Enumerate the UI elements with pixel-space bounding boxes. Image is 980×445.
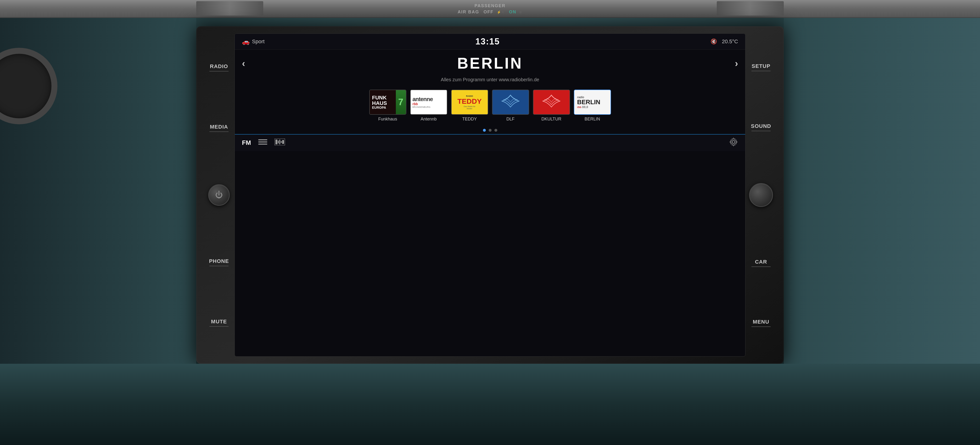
list-view-button[interactable]	[258, 139, 267, 147]
drive-mode-label: Sport	[252, 38, 265, 45]
sound-label: SOUND	[751, 123, 771, 129]
dlf-name: DLF	[506, 117, 514, 122]
mute-label: MUTE	[211, 318, 227, 325]
next-station-button[interactable]: ›	[735, 58, 738, 69]
funkhaus-logo: FUNK HAUS EUROPA 7	[369, 90, 406, 115]
station-dkultur[interactable]: DKULTUR	[533, 90, 570, 122]
band-label[interactable]: FM	[242, 139, 251, 147]
header-time: 13:15	[476, 36, 500, 47]
prev-station-button[interactable]: ‹	[242, 58, 245, 69]
sound-button[interactable]: SOUND	[751, 123, 771, 131]
header-left: 🚗 Sport	[242, 38, 265, 45]
svg-rect-0	[258, 139, 267, 140]
svg-point-9	[732, 141, 735, 143]
media-button[interactable]: MEDIA	[209, 124, 229, 132]
mute-button[interactable]: MUTE	[209, 318, 229, 327]
phone-label: PHONE	[209, 258, 229, 264]
station-dlf[interactable]: DLF	[492, 90, 529, 122]
menu-label: MENU	[753, 319, 769, 325]
station-berlin[interactable]: radio BERLIN rbb 88,8 BERLIN	[574, 90, 611, 122]
power-knob[interactable]: ⏻	[208, 184, 230, 206]
setup-line	[751, 71, 771, 71]
volume-knob[interactable]	[749, 183, 773, 207]
dlf-logo	[492, 90, 529, 115]
main-screen: 🚗 Sport 13:15 🔇 20.5°C ‹ BERLIN › Alles …	[234, 33, 746, 356]
funkhaus-name: Funkhaus	[378, 117, 397, 122]
svg-rect-1	[258, 141, 267, 143]
berlin-name: BERLIN	[584, 117, 600, 122]
temperature-label: 20.5°C	[722, 38, 738, 45]
screen-toolbar: FM	[235, 134, 745, 151]
teddy-logo: RADIO TEDDY Das Radio für Kinder	[451, 90, 488, 115]
radio-label: RADIO	[210, 63, 228, 70]
top-bar: PASSENGER AIR BAG OFF ⚡✕ ON ⊗	[0, 0, 980, 18]
airbag-label: PASSENGER AIR BAG OFF ⚡✕ ON ⊗	[458, 2, 522, 15]
menu-button[interactable]: MENU	[751, 319, 771, 327]
bottom-dashboard	[0, 364, 980, 445]
mute-line	[209, 326, 229, 327]
speaker-icon: 🔇	[711, 38, 717, 45]
media-label: MEDIA	[210, 124, 228, 130]
settings-button[interactable]	[729, 138, 738, 148]
car-button[interactable]: CAR	[751, 259, 771, 267]
airbag-on-icon: ⊗	[519, 10, 522, 14]
svg-rect-5	[278, 141, 279, 143]
airbag-text-1: PASSENGER	[474, 3, 506, 8]
dkultur-name: DKULTUR	[541, 117, 562, 122]
station-antenne[interactable]: antenne rbb BRANDENBURG Antennb	[410, 90, 447, 122]
vent-left	[196, 1, 263, 16]
airbag-on: ON	[509, 10, 517, 14]
airbag-off: OFF	[484, 10, 493, 14]
screen-header: 🚗 Sport 13:15 🔇 20.5°C	[235, 34, 745, 50]
setup-label: SETUP	[752, 63, 770, 69]
dkultur-logo	[533, 90, 570, 115]
toolbar-left: FM	[242, 139, 285, 147]
phone-line	[209, 266, 229, 266]
car-line	[751, 266, 771, 267]
sound-line	[751, 131, 771, 131]
radio-line	[209, 71, 229, 71]
airbag-text-2: AIR BAG	[458, 10, 479, 14]
station-subtitle: Alles zum Programm unter www.radioberlin…	[235, 77, 745, 87]
dot-3[interactable]	[495, 129, 497, 132]
dot-2[interactable]	[489, 129, 492, 132]
berlin-logo: radio BERLIN rbb 88,8	[574, 90, 611, 115]
left-side-buttons: RADIO MEDIA ⏻ PHONE MUTE	[204, 33, 234, 356]
infotainment-unit: RADIO MEDIA ⏻ PHONE MUTE	[196, 26, 784, 364]
dot-1[interactable]	[483, 129, 486, 132]
radio-button[interactable]: RADIO	[209, 63, 229, 71]
svg-rect-7	[281, 141, 282, 143]
pagination	[235, 127, 745, 134]
station-nav: ‹ BERLIN ›	[235, 50, 745, 77]
teddy-name: TEDDY	[462, 117, 477, 122]
vent-right	[717, 1, 784, 16]
station-teddy[interactable]: RADIO TEDDY Das Radio für Kinder TEDDY	[451, 90, 488, 122]
station-title: BERLIN	[457, 54, 523, 72]
power-icon: ⏻	[215, 190, 223, 199]
antenne-logo: antenne rbb BRANDENBURG	[410, 90, 447, 115]
steering-wheel	[0, 48, 57, 124]
car-mode-icon: 🚗	[242, 38, 250, 45]
infotainment-body: RADIO MEDIA ⏻ PHONE MUTE	[204, 33, 776, 356]
svg-rect-8	[282, 140, 284, 144]
right-side-buttons: SETUP SOUND CAR MENU	[746, 33, 776, 356]
antenne-name: Antennb	[420, 117, 436, 122]
airbag-icons: ⚡✕	[497, 10, 505, 14]
svg-rect-2	[258, 144, 267, 144]
setup-button[interactable]: SETUP	[751, 63, 771, 71]
header-right: 🔇 20.5°C	[711, 38, 738, 45]
menu-line	[751, 326, 771, 327]
media-line	[209, 131, 229, 132]
car-label: CAR	[755, 259, 767, 265]
station-funkhaus[interactable]: FUNK HAUS EUROPA 7 Funkhaus	[369, 90, 406, 122]
svg-rect-6	[279, 139, 280, 144]
svg-rect-4	[275, 139, 277, 144]
phone-button[interactable]: PHONE	[209, 258, 229, 266]
scan-button[interactable]	[275, 139, 285, 147]
stations-grid: FUNK HAUS EUROPA 7 Funkhaus	[235, 87, 745, 127]
